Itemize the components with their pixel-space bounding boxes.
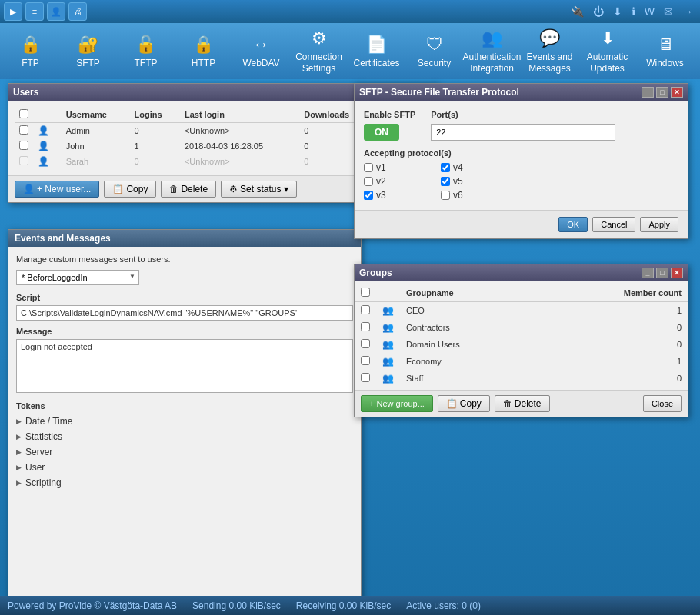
group-ceo-check[interactable]	[361, 305, 370, 314]
connection-label: ConnectionSettings	[295, 52, 342, 74]
sftp-ok-button[interactable]: OK	[558, 217, 588, 232]
user-admin-name: Admin	[62, 123, 130, 139]
sftp-close[interactable]: ✕	[671, 87, 683, 98]
sidebar-item-webdav[interactable]: ↔ WebDAV	[232, 26, 290, 76]
groups-minimize[interactable]: _	[642, 268, 654, 278]
sidebar-item-certificates[interactable]: 📄 Certificates	[348, 26, 405, 76]
group-domain-check[interactable]	[361, 339, 370, 348]
delete-user-button[interactable]: 🗑 Delete	[161, 181, 216, 198]
sftp-minimize[interactable]: _	[642, 87, 654, 98]
sidebar-item-http[interactable]: 🔒 HTTP	[175, 26, 232, 76]
sftp-port-input[interactable]	[431, 124, 615, 141]
events-manage-label: Manage custom messages sent to users.	[16, 254, 353, 264]
sidebar-item-sftp[interactable]: 🔐 SFTP	[59, 26, 117, 76]
group-icon: 👥	[382, 322, 394, 333]
protocol-v1-check[interactable]	[364, 163, 373, 172]
script-label: Script	[16, 293, 353, 302]
updates-icon: ⬇	[601, 28, 615, 48]
sidebar-item-security[interactable]: 🛡 Security	[405, 26, 463, 76]
user-admin-check[interactable]	[19, 125, 28, 135]
download-icon[interactable]: ⬇	[610, 4, 625, 19]
user-john-check[interactable]	[19, 141, 28, 150]
sidebar-item-events[interactable]: 💬 Events andMessages	[521, 26, 578, 76]
new-group-button[interactable]: + New group...	[361, 395, 433, 412]
events-dropdown[interactable]: * BeforeLoggedIn AfterLoggedIn BeforeLog…	[16, 270, 139, 285]
close-groups-button[interactable]: Close	[643, 395, 682, 412]
groups-maximize[interactable]: □	[656, 268, 668, 278]
menu-button[interactable]: ≡	[25, 2, 44, 21]
user-sarah-check[interactable]	[19, 156, 28, 165]
users-select-all[interactable]	[19, 109, 28, 118]
wiki-icon[interactable]: W	[642, 4, 658, 19]
power-icon[interactable]: ⏻	[590, 4, 607, 19]
protocol-v2-check[interactable]	[364, 177, 373, 186]
delete-group-button[interactable]: 🗑 Delete	[495, 395, 550, 412]
tokens-title: Tokens	[16, 401, 353, 411]
protocol-v6-check[interactable]	[441, 191, 450, 200]
webdav-label: WebDAV	[242, 58, 279, 68]
group-icon: 👥	[382, 373, 394, 384]
exit-icon[interactable]: →	[679, 4, 696, 19]
token-server[interactable]: ▶ Server	[16, 444, 353, 460]
protocol-v5-check[interactable]	[441, 177, 450, 186]
copy-group-button[interactable]: 📋 Copy	[438, 395, 490, 412]
sftp-cancel-button[interactable]: Cancel	[592, 217, 635, 232]
token-user[interactable]: ▶ User	[16, 460, 353, 475]
table-row: 👥 CEO 1	[355, 302, 688, 320]
events-panel: Events and Messages Manage custom messag…	[8, 229, 362, 615]
protocol-v4-check[interactable]	[441, 163, 450, 172]
protocol-v1-label: v1	[376, 162, 386, 173]
copy-user-button[interactable]: 📋 Copy	[104, 181, 156, 198]
sidebar-item-tftp[interactable]: 🔓 TFTP	[117, 26, 175, 76]
set-status-button[interactable]: ⚙ Set status ▾	[221, 181, 297, 198]
chevron-right-icon: ▶	[16, 433, 22, 440]
copy-icon: 📋	[112, 184, 124, 194]
mail-icon[interactable]: ✉	[661, 4, 676, 19]
plugin-icon[interactable]: 🔌	[568, 4, 587, 19]
print-button[interactable]: 🖨	[68, 2, 87, 21]
logo-button[interactable]: ▶	[4, 2, 22, 21]
token-server-label: Server	[25, 447, 52, 457]
protocol-v3-check[interactable]	[364, 191, 373, 200]
protocol-v2: v2	[364, 176, 441, 187]
sftp-titlebar: SFTP - Secure File Transfer Protocol _ □…	[355, 84, 688, 101]
col-logins: Logins	[130, 107, 180, 123]
sending-text: Sending 0.00 KiB/sec	[192, 600, 281, 611]
sidebar-item-windows[interactable]: 🖥 Windows	[636, 26, 694, 76]
token-datetime[interactable]: ▶ Date / Time	[16, 414, 353, 429]
group-contractors-check[interactable]	[361, 322, 370, 331]
sftp-maximize[interactable]: □	[656, 87, 668, 98]
group-icon: 👥	[382, 356, 394, 367]
events-dropdown-wrapper: * BeforeLoggedIn AfterLoggedIn BeforeLog…	[16, 270, 139, 285]
group-staff-check[interactable]	[361, 373, 370, 382]
message-input[interactable]: Login not accepted	[16, 339, 353, 393]
col-username: Username	[62, 107, 130, 123]
groups-table: Groupname Member count 👥 CEO 1 👥 Contr	[355, 284, 688, 387]
sftp-apply-button[interactable]: Apply	[640, 217, 678, 232]
groups-select-all[interactable]	[361, 288, 370, 297]
sidebar-item-updates[interactable]: ⬇ AutomaticUpdates	[578, 26, 636, 76]
sidebar-item-ftp[interactable]: 🔒 FTP	[2, 26, 59, 76]
script-input[interactable]	[16, 305, 353, 321]
token-statistics[interactable]: ▶ Statistics	[16, 429, 353, 444]
sidebar-item-connection[interactable]: ⚙ ConnectionSettings	[290, 26, 348, 76]
sidebar-item-auth[interactable]: 👥 AuthenticationIntegration	[463, 26, 521, 76]
group-economy-check[interactable]	[361, 356, 370, 365]
groups-close[interactable]: ✕	[671, 268, 683, 278]
trash-icon: 🗑	[503, 398, 512, 409]
col-member-count: Member count	[539, 284, 688, 302]
http-icon: 🔒	[193, 35, 214, 55]
users-button[interactable]: 👤	[47, 2, 65, 21]
auth-label: AuthenticationIntegration	[462, 52, 521, 74]
table-row: 👥 Domain Users 0	[355, 336, 688, 353]
protocol-v3-label: v3	[376, 190, 386, 201]
user-john-logins: 1	[130, 138, 180, 154]
script-section: Script	[16, 293, 353, 321]
info-icon[interactable]: ℹ	[628, 4, 638, 19]
new-user-button[interactable]: 👤 + New user...	[15, 181, 99, 198]
sftp-toggle[interactable]: ON	[364, 124, 399, 141]
users-title: Users	[13, 87, 38, 98]
sftp-window-controls: _ □ ✕	[642, 87, 683, 98]
group-icon: 👥	[382, 305, 394, 316]
token-scripting[interactable]: ▶ Scripting	[16, 475, 353, 490]
